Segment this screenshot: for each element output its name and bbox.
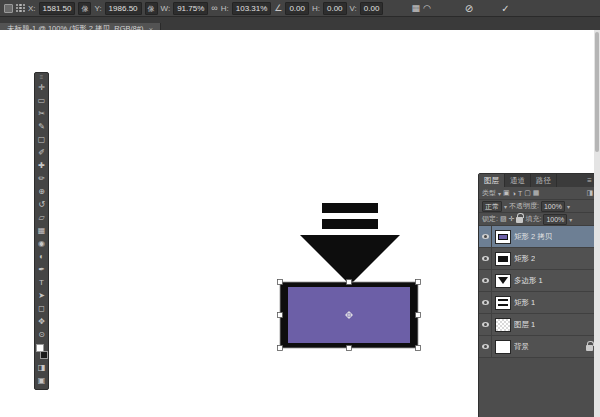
foreground-color-swatch[interactable] [36,344,44,352]
hand-tool[interactable]: ✥ [35,315,48,328]
shape-filter-icon[interactable]: ▢ [524,189,531,197]
layer-thumbnail[interactable] [495,274,511,288]
layer-name[interactable]: 矩形 2 拷贝 [514,232,552,242]
visibility-toggle[interactable] [479,248,492,269]
handle-bottom-center[interactable] [347,346,352,351]
zoom-tool[interactable]: ⊙ [35,328,48,341]
warp-mode-icon[interactable]: ◠ [423,3,431,14]
tab-channels[interactable]: 通道 [505,174,531,187]
y-input[interactable]: 1986.50 [105,2,142,15]
layer-thumbnail[interactable] [495,252,511,266]
blend-mode-select[interactable]: 正常 [482,201,502,212]
interpolation-icon[interactable]: ▦ [411,3,420,14]
height-label: H: [221,4,229,13]
history-brush-tool[interactable]: ↺ [35,198,48,211]
skew-v-input[interactable]: 0.00 [360,2,384,15]
path-selection-tool[interactable]: ➤ [35,289,48,302]
quick-selection-tool[interactable]: ✎ [35,120,48,133]
fill-value[interactable]: 100% [543,214,567,225]
handle-top-right[interactable] [416,280,421,285]
pixel-filter-icon[interactable]: ▣ [503,189,510,197]
toolbox-grip[interactable]: ≡ [40,74,44,81]
skew-h-input[interactable]: 0.00 [323,2,347,15]
tab-layers[interactable]: 图层 [479,174,505,187]
chevron-down-icon[interactable]: ▾ [498,190,501,197]
layer-thumbnail[interactable] [495,318,511,332]
layer-name[interactable]: 矩形 2 [514,254,535,264]
handle-bottom-right[interactable] [416,346,421,351]
eye-icon [482,278,489,283]
layer-name[interactable]: 多边形 1 [514,276,543,286]
maintain-aspect-link-icon[interactable]: ∞ [211,3,217,14]
height-input[interactable]: 103.31% [232,2,272,15]
visibility-toggle[interactable] [479,270,492,291]
layer-name[interactable]: 图层 1 [514,320,535,330]
eyedropper-tool[interactable]: ✐ [35,146,48,159]
layer-lock-icon [586,345,593,351]
canvas-area[interactable]: ≡ ✛ ▭ ✂ ✎ ▢ ✐ ✚ ✏ ⊕ ↺ ▱ ▦ ◉ ◐ ✒ T ➤ ◻ ✥ … [0,30,600,417]
quick-mask-icon[interactable]: ◨ [35,361,48,374]
lock-position-icon[interactable]: ✛ [509,215,515,223]
type-tool[interactable]: T [35,276,48,289]
layer-name[interactable]: 矩形 1 [514,298,535,308]
crop-tool[interactable]: ▢ [35,133,48,146]
layer-thumbnail[interactable] [495,296,511,310]
move-tool[interactable]: ✛ [35,81,48,94]
eraser-tool[interactable]: ▱ [35,211,48,224]
reference-point-locator-icon[interactable] [16,4,25,13]
shape-bar-1[interactable] [322,203,378,213]
layer-row-background[interactable]: 背景 [479,336,596,358]
smart-object-filter-icon[interactable]: ▦ [533,189,540,197]
visibility-toggle[interactable] [479,226,492,247]
layer-name[interactable]: 背景 [514,342,529,352]
visibility-toggle[interactable] [479,314,492,335]
clone-stamp-tool[interactable]: ⊕ [35,185,48,198]
width-input[interactable]: 91.75% [173,2,208,15]
shape-tool[interactable]: ◻ [35,302,48,315]
layer-row-rect2-copy[interactable]: 矩形 2 拷贝 [479,226,596,248]
screen-mode-icon[interactable]: ▣ [35,374,48,387]
handle-bottom-left[interactable] [278,346,283,351]
transform-tool-icon[interactable] [4,4,13,13]
layer-row-layer1[interactable]: 图层 1 [479,314,596,336]
adjustment-filter-icon[interactable]: ◑ [512,190,516,197]
angle-input[interactable]: 0.00 [285,2,309,15]
handle-mid-right[interactable] [416,313,421,318]
lock-transparency-icon[interactable]: ▨ [500,215,507,223]
lock-all-icon[interactable] [516,217,523,223]
panel-tabs: 图层 通道 路径 ≡ [479,174,596,187]
cancel-transform-icon[interactable]: ⊘ [465,3,473,14]
visibility-toggle[interactable] [479,292,492,313]
lasso-tool[interactable]: ✂ [35,107,48,120]
visibility-toggle[interactable] [479,336,492,357]
blur-tool[interactable]: ◉ [35,237,48,250]
pen-tool[interactable]: ✒ [35,263,48,276]
scrollbar-thumb[interactable] [595,32,599,152]
x-input[interactable]: 1581.50 [39,2,76,15]
background-color-swatch[interactable] [40,351,48,359]
layer-row-rect2[interactable]: 矩形 2 [479,248,596,270]
filter-kind-label[interactable]: 类型 [482,188,496,198]
shape-bar-2[interactable] [322,219,378,229]
handle-mid-left[interactable] [278,313,283,318]
type-filter-icon[interactable]: T [518,190,522,197]
layer-thumbnail[interactable] [495,230,511,244]
layer-row-polygon1[interactable]: 多边形 1 [479,270,596,292]
handle-top-left[interactable] [278,280,283,285]
gradient-tool[interactable]: ▦ [35,224,48,237]
layer-row-rect1[interactable]: 矩形 1 [479,292,596,314]
color-swatches[interactable] [35,343,48,359]
commit-transform-icon[interactable]: ✓ [501,3,509,14]
opacity-value[interactable]: 100% [541,201,565,212]
tab-paths[interactable]: 路径 [531,174,557,187]
shape-arrow[interactable] [300,235,400,285]
healing-brush-tool[interactable]: ✚ [35,159,48,172]
marquee-tool[interactable]: ▭ [35,94,48,107]
layer-thumbnail[interactable] [495,340,511,354]
brush-tool[interactable]: ✏ [35,172,48,185]
chevron-down-icon: ▾ [504,203,507,210]
vertical-scrollbar[interactable] [594,30,600,417]
handle-top-center[interactable] [347,280,352,285]
dodge-tool[interactable]: ◐ [35,250,48,263]
filter-toggle-icon[interactable]: ◨ [586,189,593,197]
